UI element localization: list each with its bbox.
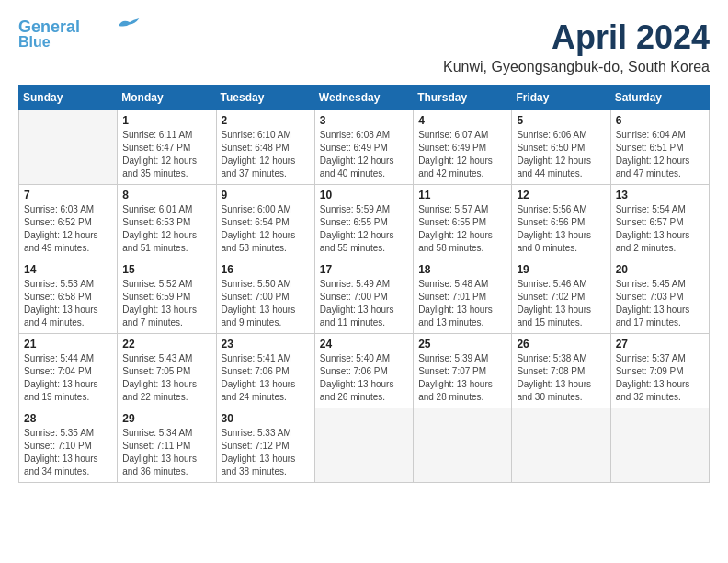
day-info: Sunrise: 6:11 AM Sunset: 6:47 PM Dayligh…	[122, 129, 210, 180]
day-number: 17	[320, 263, 408, 276]
calendar-cell: 27Sunrise: 5:37 AM Sunset: 7:09 PM Dayli…	[610, 334, 709, 408]
day-number: 7	[24, 189, 112, 201]
day-info: Sunrise: 5:39 AM Sunset: 7:07 PM Dayligh…	[418, 352, 506, 404]
page-header: General Blue April 2024 Kunwi, Gyeongsan…	[18, 18, 710, 75]
day-number: 24	[320, 338, 408, 350]
day-number: 10	[320, 189, 408, 201]
calendar-cell: 22Sunrise: 5:43 AM Sunset: 7:05 PM Dayli…	[118, 334, 216, 408]
weekday-header: Friday	[512, 86, 610, 110]
day-number: 2	[222, 114, 310, 127]
calendar-cell: 4Sunrise: 6:07 AM Sunset: 6:49 PM Daylig…	[414, 110, 512, 185]
calendar-cell: 24Sunrise: 5:40 AM Sunset: 7:06 PM Dayli…	[314, 334, 413, 408]
calendar-cell	[512, 408, 610, 483]
calendar-cell: 16Sunrise: 5:50 AM Sunset: 7:00 PM Dayli…	[216, 259, 314, 334]
day-info: Sunrise: 6:06 AM Sunset: 6:50 PM Dayligh…	[517, 129, 605, 180]
day-number: 6	[616, 114, 704, 127]
calendar-week-row: 21Sunrise: 5:44 AM Sunset: 7:04 PM Dayli…	[19, 334, 710, 408]
day-info: Sunrise: 5:40 AM Sunset: 7:06 PM Dayligh…	[320, 352, 408, 404]
day-number: 11	[418, 189, 506, 201]
day-number: 5	[517, 114, 605, 127]
day-info: Sunrise: 5:48 AM Sunset: 7:01 PM Dayligh…	[418, 278, 506, 329]
calendar-cell: 25Sunrise: 5:39 AM Sunset: 7:07 PM Dayli…	[414, 334, 512, 408]
calendar-cell	[314, 408, 413, 483]
day-number: 16	[222, 263, 310, 276]
day-info: Sunrise: 6:00 AM Sunset: 6:54 PM Dayligh…	[222, 203, 310, 255]
weekday-header: Sunday	[19, 86, 118, 110]
day-number: 13	[616, 189, 704, 201]
calendar-cell: 7Sunrise: 6:03 AM Sunset: 6:52 PM Daylig…	[19, 185, 118, 259]
weekday-header: Saturday	[610, 86, 709, 110]
day-number: 28	[24, 412, 112, 425]
weekday-header: Wednesday	[314, 86, 413, 110]
month-title: April 2024	[443, 18, 710, 57]
day-info: Sunrise: 6:10 AM Sunset: 6:48 PM Dayligh…	[222, 129, 310, 180]
calendar-week-row: 28Sunrise: 5:35 AM Sunset: 7:10 PM Dayli…	[19, 408, 710, 483]
day-number: 26	[517, 338, 605, 350]
calendar-cell: 10Sunrise: 5:59 AM Sunset: 6:55 PM Dayli…	[314, 185, 413, 259]
day-info: Sunrise: 5:57 AM Sunset: 6:55 PM Dayligh…	[418, 203, 506, 255]
logo: General Blue	[18, 18, 141, 50]
day-info: Sunrise: 5:59 AM Sunset: 6:55 PM Dayligh…	[320, 203, 408, 255]
calendar-week-row: 7Sunrise: 6:03 AM Sunset: 6:52 PM Daylig…	[19, 185, 710, 259]
day-info: Sunrise: 5:41 AM Sunset: 7:06 PM Dayligh…	[222, 352, 310, 404]
calendar-cell: 6Sunrise: 6:04 AM Sunset: 6:51 PM Daylig…	[610, 110, 709, 185]
location-subtitle: Kunwi, Gyeongsangbuk-do, South Korea	[443, 59, 710, 75]
calendar-cell: 12Sunrise: 5:56 AM Sunset: 6:56 PM Dayli…	[512, 185, 610, 259]
day-info: Sunrise: 5:38 AM Sunset: 7:08 PM Dayligh…	[517, 352, 605, 404]
calendar-cell: 26Sunrise: 5:38 AM Sunset: 7:08 PM Dayli…	[512, 334, 610, 408]
weekday-header: Monday	[118, 86, 216, 110]
calendar-cell: 8Sunrise: 6:01 AM Sunset: 6:53 PM Daylig…	[118, 185, 216, 259]
day-info: Sunrise: 5:37 AM Sunset: 7:09 PM Dayligh…	[616, 352, 704, 404]
day-number: 14	[24, 263, 112, 276]
calendar-week-row: 14Sunrise: 5:53 AM Sunset: 6:58 PM Dayli…	[19, 259, 710, 334]
day-info: Sunrise: 6:01 AM Sunset: 6:53 PM Dayligh…	[122, 203, 210, 255]
day-number: 22	[122, 338, 210, 350]
logo-blue: Blue	[18, 35, 51, 50]
calendar-cell	[414, 408, 512, 483]
calendar-week-row: 1Sunrise: 6:11 AM Sunset: 6:47 PM Daylig…	[19, 110, 710, 185]
day-number: 27	[616, 338, 704, 350]
day-info: Sunrise: 5:49 AM Sunset: 7:00 PM Dayligh…	[320, 278, 408, 329]
calendar-cell: 2Sunrise: 6:10 AM Sunset: 6:48 PM Daylig…	[216, 110, 314, 185]
title-block: April 2024 Kunwi, Gyeongsangbuk-do, Sout…	[443, 18, 710, 75]
day-number: 29	[122, 412, 210, 425]
day-info: Sunrise: 5:53 AM Sunset: 6:58 PM Dayligh…	[24, 278, 112, 329]
calendar-cell: 15Sunrise: 5:52 AM Sunset: 6:59 PM Dayli…	[118, 259, 216, 334]
calendar-cell	[610, 408, 709, 483]
calendar-cell: 9Sunrise: 6:00 AM Sunset: 6:54 PM Daylig…	[216, 185, 314, 259]
calendar-cell: 23Sunrise: 5:41 AM Sunset: 7:06 PM Dayli…	[216, 334, 314, 408]
day-number: 1	[122, 114, 210, 127]
logo-bird-icon	[119, 18, 141, 33]
calendar-cell: 28Sunrise: 5:35 AM Sunset: 7:10 PM Dayli…	[19, 408, 118, 483]
day-number: 30	[222, 412, 310, 425]
day-info: Sunrise: 5:45 AM Sunset: 7:03 PM Dayligh…	[616, 278, 704, 329]
day-info: Sunrise: 5:56 AM Sunset: 6:56 PM Dayligh…	[517, 203, 605, 255]
day-info: Sunrise: 5:50 AM Sunset: 7:00 PM Dayligh…	[222, 278, 310, 329]
calendar-cell: 14Sunrise: 5:53 AM Sunset: 6:58 PM Dayli…	[19, 259, 118, 334]
weekday-header-row: SundayMondayTuesdayWednesdayThursdayFrid…	[19, 86, 710, 110]
calendar-cell: 1Sunrise: 6:11 AM Sunset: 6:47 PM Daylig…	[118, 110, 216, 185]
calendar-cell: 3Sunrise: 6:08 AM Sunset: 6:49 PM Daylig…	[314, 110, 413, 185]
day-info: Sunrise: 5:52 AM Sunset: 6:59 PM Dayligh…	[122, 278, 210, 329]
calendar-table: SundayMondayTuesdayWednesdayThursdayFrid…	[18, 85, 710, 483]
day-info: Sunrise: 5:34 AM Sunset: 7:11 PM Dayligh…	[122, 427, 210, 478]
day-number: 15	[122, 263, 210, 276]
day-info: Sunrise: 6:08 AM Sunset: 6:49 PM Dayligh…	[320, 129, 408, 180]
day-number: 8	[122, 189, 210, 201]
day-info: Sunrise: 5:44 AM Sunset: 7:04 PM Dayligh…	[24, 352, 112, 404]
weekday-header: Thursday	[414, 86, 512, 110]
logo-text: General	[18, 18, 80, 35]
calendar-cell: 29Sunrise: 5:34 AM Sunset: 7:11 PM Dayli…	[118, 408, 216, 483]
calendar-cell: 18Sunrise: 5:48 AM Sunset: 7:01 PM Dayli…	[414, 259, 512, 334]
calendar-cell: 5Sunrise: 6:06 AM Sunset: 6:50 PM Daylig…	[512, 110, 610, 185]
calendar-cell	[19, 110, 118, 185]
day-info: Sunrise: 5:33 AM Sunset: 7:12 PM Dayligh…	[222, 427, 310, 478]
calendar-cell: 21Sunrise: 5:44 AM Sunset: 7:04 PM Dayli…	[19, 334, 118, 408]
day-number: 20	[616, 263, 704, 276]
day-number: 3	[320, 114, 408, 127]
day-number: 9	[222, 189, 310, 201]
day-info: Sunrise: 6:03 AM Sunset: 6:52 PM Dayligh…	[24, 203, 112, 255]
day-number: 19	[517, 263, 605, 276]
day-info: Sunrise: 5:46 AM Sunset: 7:02 PM Dayligh…	[517, 278, 605, 329]
calendar-cell: 30Sunrise: 5:33 AM Sunset: 7:12 PM Dayli…	[216, 408, 314, 483]
